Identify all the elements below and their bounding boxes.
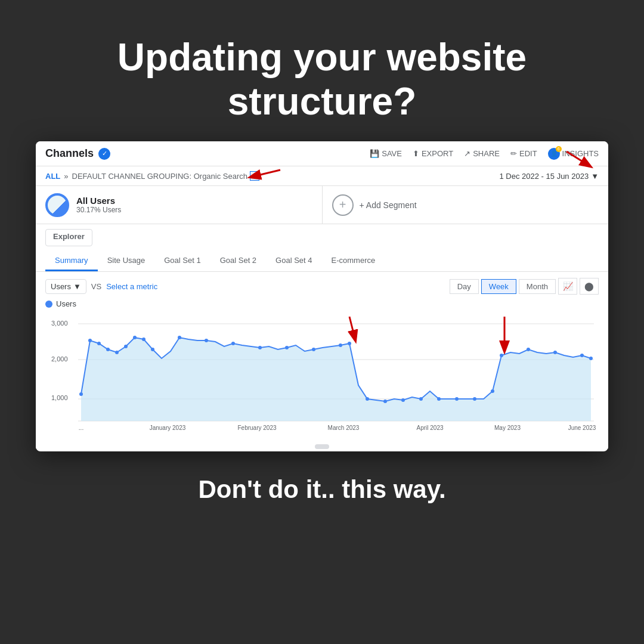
svg-point-19 [231,342,235,345]
filter-separator: » [64,172,68,181]
svg-point-37 [589,357,593,360]
svg-point-28 [419,397,423,401]
svg-point-27 [401,398,405,402]
svg-text:February 2023: February 2023 [237,425,276,431]
svg-point-20 [258,346,262,349]
svg-point-18 [205,339,208,342]
segment-percent: 30.17% Users [76,206,121,214]
add-segment-circle: + [332,194,354,216]
explorer-tabs-bar: Explorer Summary Site Usage Goal Set 1 G… [36,224,608,272]
segment-circle-indicator [45,193,69,217]
svg-point-17 [178,336,181,339]
segment-name: All Users [76,196,121,206]
edit-icon: ✏ [510,149,517,158]
svg-point-8 [79,392,83,396]
svg-text:1,000: 1,000 [51,394,68,401]
svg-point-35 [553,351,557,354]
users-chart: 3,000 2,000 1,000 [45,311,599,442]
tab-summary[interactable]: Summary [45,251,98,271]
explorer-button[interactable]: Explorer [45,229,92,246]
svg-point-29 [437,397,441,401]
svg-point-14 [133,336,137,339]
svg-point-34 [527,348,530,351]
all-users-segment[interactable]: All Users 30.17% Users [36,186,323,224]
svg-point-31 [473,397,476,401]
legend-label-users: Users [56,299,76,308]
tab-site-usage[interactable]: Site Usage [98,251,155,271]
svg-point-32 [491,389,494,393]
svg-point-16 [151,348,154,351]
share-icon: ↗ [464,149,470,158]
svg-text:3,000: 3,000 [51,320,68,327]
verified-icon: ✓ [98,148,110,160]
red-arrow-date [561,148,608,172]
tab-goal-set-4[interactable]: Goal Set 4 [266,251,321,271]
line-chart-type-button[interactable]: 📈 [558,278,577,295]
week-button[interactable]: Week [481,279,516,294]
svg-text:...: ... [79,425,83,431]
svg-point-26 [383,400,387,403]
headline: Updating your website structure? [54,36,590,123]
top-bar: Channels ✓ 💾 SAVE ⬆ EXPORT ↗ SHARE ✏ EDI… [36,141,608,166]
svg-point-25 [366,397,369,401]
tab-goal-set-1[interactable]: Goal Set 1 [154,251,210,271]
select-metric-link[interactable]: Select a metric [106,282,157,291]
svg-point-30 [455,397,459,401]
metric-chevron-icon: ▼ [73,282,81,291]
svg-point-13 [124,345,128,348]
month-button[interactable]: Month [519,279,556,294]
all-filter-link[interactable]: ALL [45,172,60,181]
add-segment-label: + Add Segment [360,200,417,210]
svg-marker-7 [81,338,591,421]
svg-text:March 2023: March 2023 [328,425,360,431]
export-icon: ⬆ [413,149,419,158]
svg-point-36 [580,354,584,357]
svg-text:2,000: 2,000 [51,355,68,363]
tab-ecommerce[interactable]: E-commerce [322,251,385,271]
svg-point-33 [500,354,503,357]
add-segment-area[interactable]: + + Add Segment [323,186,609,224]
insights-icon: 👤6 [548,148,560,160]
segment-bar: All Users 30.17% Users + + Add Segment [36,186,608,224]
svg-text:May 2023: May 2023 [494,425,521,431]
edit-button[interactable]: ✏ EDIT [510,149,537,158]
legend-dot-users [45,301,52,308]
svg-point-9 [88,339,92,342]
subheadline: Don't do it.. this way. [198,475,445,504]
metric-dropdown[interactable]: Users ▼ [45,279,86,294]
filter-bar: ALL » DEFAULT CHANNEL GROUPING: Organic … [36,166,608,186]
date-chevron-icon: ▼ [591,172,599,181]
svg-text:April 2023: April 2023 [416,425,443,431]
svg-text:June 2023: June 2023 [568,425,596,431]
day-button[interactable]: Day [450,279,479,294]
channel-filter-text: DEFAULT CHANNEL GROUPING: Organic Search [72,172,248,181]
save-icon: 💾 [370,149,379,158]
date-range-selector[interactable]: 1 Dec 2022 - 15 Jun 2023 ▼ [500,172,599,181]
svg-point-12 [115,351,119,354]
svg-point-11 [106,348,110,351]
tab-goal-set-2[interactable]: Goal Set 2 [210,251,266,271]
vs-label: VS [91,282,101,291]
chart-area: Users ▼ VS Select a metric Day Week Mont… [36,272,608,449]
export-button[interactable]: ⬆ EXPORT [413,149,453,158]
screenshot-container: Channels ✓ 💾 SAVE ⬆ EXPORT ↗ SHARE ✏ EDI… [36,141,608,451]
share-button[interactable]: ↗ SHARE [464,149,500,158]
svg-point-23 [339,343,342,347]
svg-point-22 [312,348,315,351]
svg-text:January 2023: January 2023 [150,425,186,431]
chart-scroll-handle[interactable] [45,444,599,449]
scatter-chart-type-button[interactable]: ⬤ [580,278,599,295]
save-button[interactable]: 💾 SAVE [370,149,402,158]
channels-title: Channels [45,147,94,160]
svg-point-10 [97,342,101,345]
svg-point-21 [285,346,289,349]
red-arrow-filter [239,164,286,188]
svg-point-15 [142,338,145,341]
svg-point-24 [348,342,351,345]
